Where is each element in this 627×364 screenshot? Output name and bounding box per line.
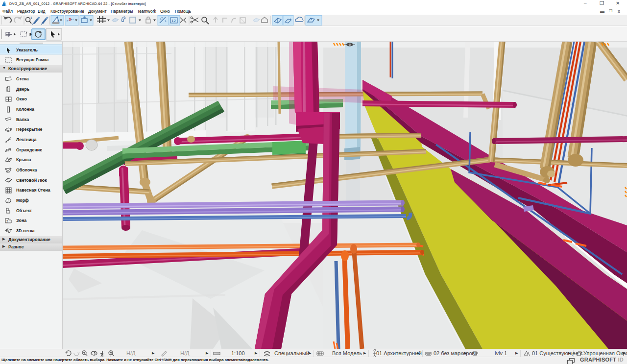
svg-text:Z: Z: [6, 220, 8, 223]
svg-text:1: 1: [30, 16, 32, 20]
svg-text:12: 12: [171, 19, 176, 23]
